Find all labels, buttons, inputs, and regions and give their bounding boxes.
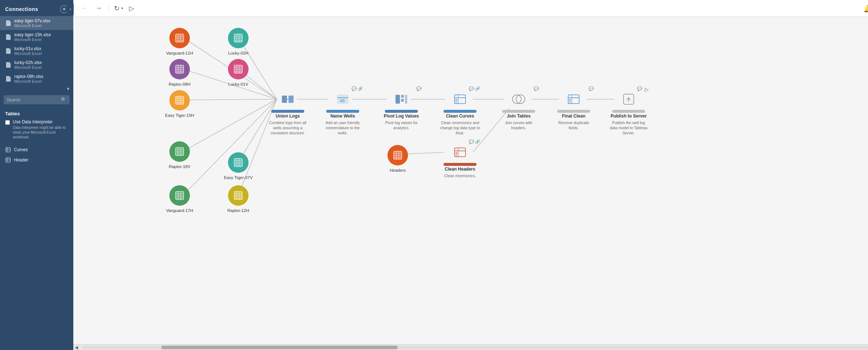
step-node-clean_curves[interactable]: 💬🔗 Clean Curves Clean mnemonics and chan… <box>440 90 480 136</box>
table-icon <box>5 147 11 153</box>
svg-point-103 <box>512 95 521 104</box>
svg-point-122 <box>455 152 457 154</box>
flow-area: Vanguard-11H Lucky-02H <box>73 17 868 310</box>
scrollbar-thumb[interactable] <box>161 346 398 349</box>
step-icon-clean_headers <box>451 143 469 161</box>
svg-rect-96 <box>401 99 404 102</box>
spreadsheet-icon <box>393 150 403 160</box>
comment-icon[interactable]: 💬 <box>352 86 357 91</box>
svg-rect-97 <box>405 95 407 104</box>
comment-icon[interactable]: 💬 <box>637 86 642 92</box>
scroll-indicator: ▼ <box>0 86 73 92</box>
scroll-down-button[interactable]: ▼ <box>66 86 70 92</box>
source-node-vanguard11h[interactable]: Vanguard-11H <box>163 28 196 56</box>
link-icon[interactable]: 🔗 <box>358 86 363 91</box>
step-icon-clean_curves <box>451 90 469 108</box>
step-icon-publish_server <box>619 90 638 108</box>
source-node-raptor08h[interactable]: Raptor-08H <box>163 59 196 87</box>
svg-rect-112 <box>394 151 402 159</box>
bell-button[interactable]: 🔔 <box>862 3 868 14</box>
spreadsheet-icon <box>233 190 243 201</box>
header-step-node-clean_headers[interactable]: 💬🔗 Clean Headers Clean mnemonics. <box>440 143 480 178</box>
node-label-raptor18v: Raptor-18V <box>169 164 191 170</box>
node-label-headers: Headers <box>390 168 405 173</box>
step-box-join_tables: 💬 <box>502 90 535 113</box>
step-bar-final_clean <box>557 110 590 113</box>
source-node-easytiger07v[interactable]: Easy Tiger-07V <box>222 152 255 180</box>
step-node-name_wells[interactable]: AB 💬🔗 Name Wells Add an user friendly no… <box>323 90 363 136</box>
node-circle-vanguard17h <box>169 185 190 206</box>
back-button[interactable]: ← <box>79 3 90 14</box>
spreadsheet-icon <box>174 33 185 43</box>
connection-icon: 📄 <box>5 48 11 54</box>
source-node-easytiger15h[interactable]: Easy Tiger-15H <box>163 90 196 118</box>
connection-icon: 📄 <box>5 20 11 26</box>
step-title-name_wells: Name Wells <box>330 113 355 119</box>
connections-title: Connections <box>5 6 38 12</box>
step-title-publish_server: Publish to Server <box>611 113 647 119</box>
step-icon-final_clean <box>564 90 583 108</box>
svg-rect-39 <box>176 65 184 73</box>
table-item-header[interactable]: Header <box>5 155 68 165</box>
connection-icon: 📄 <box>5 62 11 68</box>
link-icon[interactable]: 🔗 <box>475 86 480 91</box>
spreadsheet-icon <box>233 64 243 74</box>
play-button[interactable]: ▷ <box>127 3 136 14</box>
play-icon[interactable]: ▷ <box>645 86 649 92</box>
source-node-vanguard17h[interactable]: Vanguard-17H <box>163 185 196 213</box>
main-content: ← → ↻ ▾ ▷ 🔔 <box>73 0 868 350</box>
comment-icon[interactable]: 💬 <box>469 139 474 144</box>
source-node-raptor18v[interactable]: Raptor-18V <box>163 141 196 170</box>
step-icon-union_logs <box>279 90 297 108</box>
step-bar-publish_server <box>612 110 645 113</box>
svg-rect-25 <box>176 34 184 42</box>
svg-rect-95 <box>401 95 404 98</box>
canvas[interactable]: Vanguard-11H Lucky-02H <box>73 17 868 344</box>
svg-rect-0 <box>6 148 10 152</box>
connection-item-1[interactable]: 📄 easy tiger-15h.xlsx Microsoft Excel <box>0 30 73 44</box>
interpreter-checkbox[interactable] <box>5 120 10 125</box>
search-input[interactable] <box>7 97 59 103</box>
bottom-scrollbar: ◀ ▶ <box>73 344 868 350</box>
refresh-button[interactable]: ↻ <box>113 3 120 14</box>
svg-rect-81 <box>234 191 242 200</box>
step-node-union_logs[interactable]: Union Logs Combine logs from all wells a… <box>268 90 308 136</box>
comment-icon[interactable]: 💬 <box>589 86 594 91</box>
connection-icon: 📄 <box>5 76 11 82</box>
step-desc-name_wells: Add an user friendly nomenclature to the… <box>323 120 363 136</box>
step-node-publish_server[interactable]: 💬▷ Publish to Server Publish the well lo… <box>608 90 649 136</box>
header-node-headers[interactable]: Headers <box>381 145 414 173</box>
svg-point-123 <box>455 154 457 156</box>
node-label-lucky01v: Lucky-01V <box>228 82 248 87</box>
source-node-raptor12h[interactable]: Raptor-12H <box>222 185 255 213</box>
connection-item-2[interactable]: 📄 lucky-01v.xlsx Microsoft Excel <box>0 44 73 58</box>
link-icon[interactable]: 🔗 <box>475 139 480 144</box>
connection-item-4[interactable]: 📄 raptor-08h.xlsx Microsoft Excel <box>0 72 73 86</box>
comment-icon[interactable]: 💬 <box>534 86 539 91</box>
comment-icon[interactable]: 💬 <box>416 86 422 91</box>
forward-button[interactable]: → <box>93 3 104 14</box>
source-node-lucky02h[interactable]: Lucky-02H <box>222 28 255 56</box>
step-desc-final_clean: Remove duplicate fields. <box>553 120 594 130</box>
scroll-left-button[interactable]: ◀ <box>73 345 80 350</box>
tables-title: Tables <box>5 111 68 116</box>
svg-point-104 <box>516 95 525 104</box>
connection-item-0[interactable]: 📄 easy tiger-07v.xlsx Microsoft Excel <box>0 16 73 30</box>
step-box-name_wells: AB 💬🔗 <box>326 90 359 113</box>
source-node-lucky01v[interactable]: Lucky-01V <box>222 59 255 87</box>
step-desc-publish_server: Publish the well log data model to Table… <box>608 120 649 136</box>
table-item-curves[interactable]: Curves <box>5 145 68 155</box>
step-bar-clean_curves <box>444 110 477 113</box>
step-box-union_logs <box>271 90 304 113</box>
svg-line-15 <box>183 99 277 195</box>
step-node-final_clean[interactable]: 💬 Final Clean Remove duplicate fields. <box>553 90 594 130</box>
step-icon-pivot_log <box>392 90 411 108</box>
comment-icon[interactable]: 💬 <box>469 86 474 91</box>
step-node-join_tables[interactable]: 💬 Join Tables Join curves with headers. <box>499 90 539 130</box>
step-node-pivot_log[interactable]: 💬 Pivot Log Values Pivot log values for … <box>381 90 422 130</box>
spreadsheet-icon <box>174 146 185 157</box>
refresh-dropdown-arrow[interactable]: ▾ <box>121 5 124 12</box>
connection-item-3[interactable]: 📄 lucky-02h.xlsx Microsoft Excel <box>0 58 73 72</box>
step-icon-join_tables <box>510 90 528 108</box>
sidebar-collapse-button[interactable]: ‹ <box>67 4 74 15</box>
